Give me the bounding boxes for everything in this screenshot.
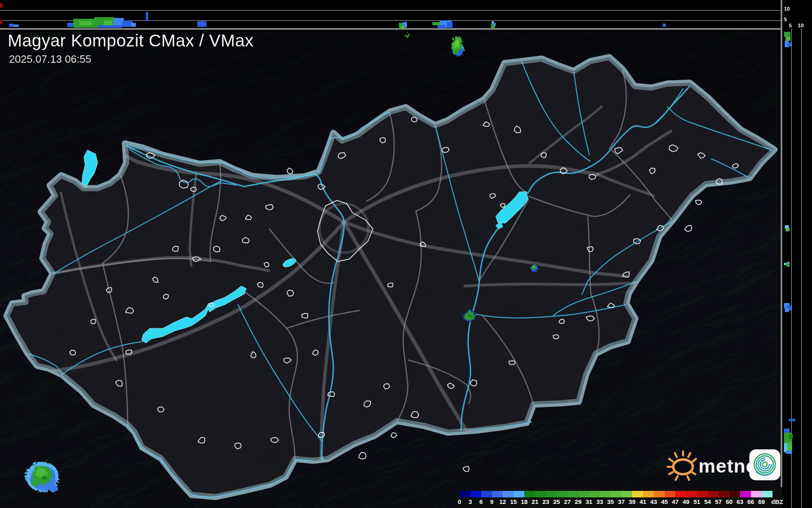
legend-segment: [697, 491, 708, 497]
legend-segment: [740, 491, 751, 497]
gridline-10km: [0, 10, 781, 11]
legend-tick-label: 45: [661, 498, 668, 505]
echo-cell: [0, 20, 2, 24]
echo-ring: [532, 265, 534, 268]
echo-cell: [14, 24, 19, 27]
legend-segment: [643, 491, 654, 497]
timestamp: 2025.07.13 06:55: [9, 53, 91, 66]
echo-cell: [9, 24, 14, 27]
legend-segment: [686, 491, 697, 497]
legend-segment: [492, 491, 503, 497]
legend-tick-label: 69: [758, 498, 765, 505]
legend-tick-label: 18: [521, 498, 528, 505]
legend-tick-label: 23: [543, 498, 549, 505]
strip-divider-horizontal: [0, 28, 782, 30]
echo-cell: [786, 37, 790, 41]
legend-tick-label: 15: [510, 498, 517, 505]
echo-cell: [786, 228, 790, 231]
legend-tick-label: 25: [553, 498, 560, 505]
echo-cell: [438, 25, 446, 29]
echo-cell: [787, 262, 790, 264]
axis-label-right-10: 10: [798, 23, 803, 28]
legend-segment: [665, 491, 676, 497]
echo-cell: [663, 24, 666, 27]
hungary-map-svg: [0, 29, 781, 508]
echo-cell: [789, 434, 793, 439]
legend-segment: [611, 491, 622, 497]
echo-cell: [432, 22, 440, 25]
legend-tick-label: 27: [564, 498, 571, 505]
legend-segment: [600, 491, 611, 497]
legend-segment: [751, 491, 762, 497]
legend-tick-label: 49: [683, 498, 689, 505]
legend-segment: [708, 491, 719, 497]
echo-cell: [197, 21, 206, 27]
axis-label-right-5: 5: [789, 23, 792, 28]
legend-segment: [524, 491, 535, 497]
legend-segment: [622, 491, 633, 497]
legend-segment: [589, 491, 600, 497]
echo-cell: [493, 23, 496, 26]
echo-cell: [98, 25, 122, 28]
legend-segment: [481, 491, 492, 497]
dbz-color-legend: 0369121518212325272931333537394143454749…: [455, 487, 783, 508]
legend-segment: [471, 491, 482, 497]
legend-tick-label: 66: [747, 498, 754, 505]
axis-label-top-5: 5: [784, 17, 787, 22]
legend-segment: [675, 491, 686, 497]
legend-tick-label: 57: [715, 498, 722, 505]
legend-tick-label: 60: [726, 498, 733, 505]
legend-segment: [567, 491, 578, 497]
gridline-right-10km: [801, 29, 802, 508]
legend-tick-label: 9: [490, 498, 493, 505]
legend-tick-label: 3: [468, 498, 472, 505]
echo-cell: [786, 451, 791, 454]
legend-segment: [557, 491, 568, 497]
sun-icon: [667, 449, 698, 482]
echo-cell: [784, 32, 790, 37]
metnet-logo: metnet: [667, 447, 781, 484]
strip-divider-vertical: [781, 0, 782, 508]
radar-map: [0, 29, 781, 508]
radar-composite-screen: 10 5 5 10 Magyar Kompozit CMax / VMax 20…: [0, 0, 812, 508]
metnet-app-icon: [749, 449, 781, 481]
legend-segment: [514, 491, 525, 497]
legend-segment: [632, 491, 643, 497]
echo-cell: [131, 23, 136, 27]
legend-segment: [654, 491, 665, 497]
echo-cell: [789, 419, 795, 421]
echo-cell: [785, 308, 789, 312]
echo-cell: [447, 22, 453, 28]
legend-segment: [729, 491, 740, 497]
page-title: Magyar Kompozit CMax / VMax: [8, 31, 254, 51]
legend-tick-label: 29: [575, 498, 582, 505]
legend-segment: [460, 491, 471, 497]
legend-tick-label: 31: [586, 498, 593, 505]
legend-segment: [503, 491, 514, 497]
legend-tick-label: 12: [499, 498, 506, 505]
echo-cell: [0, 3, 3, 8]
legend-tick-label: 35: [607, 498, 614, 505]
echo-cell: [104, 20, 112, 25]
echo-blob: [530, 264, 537, 271]
echo-cell: [784, 429, 790, 433]
legend-tick-label: 41: [639, 498, 646, 505]
axis-label-top-10: 10: [784, 6, 790, 11]
echo-cell: [146, 12, 148, 21]
legend-tick-label: 63: [737, 498, 744, 505]
legend-tick-label: 37: [618, 498, 625, 505]
legend-segment: [718, 491, 729, 497]
echo-cell: [79, 21, 92, 25]
legend-tick-label: 33: [596, 498, 603, 505]
legend-colorbar: [460, 491, 773, 497]
legend-segment: [762, 491, 773, 497]
legend-tick-label: 39: [629, 498, 636, 505]
echo-cell: [401, 26, 405, 29]
legend-segment: [546, 491, 557, 497]
legend-tick-label: 43: [650, 498, 657, 505]
legend-segment: [535, 491, 546, 497]
legend-tick-label: 54: [704, 498, 711, 505]
legend-segment: [578, 491, 589, 497]
echo-cell: [786, 264, 790, 267]
legend-tick-label: 51: [694, 498, 700, 505]
